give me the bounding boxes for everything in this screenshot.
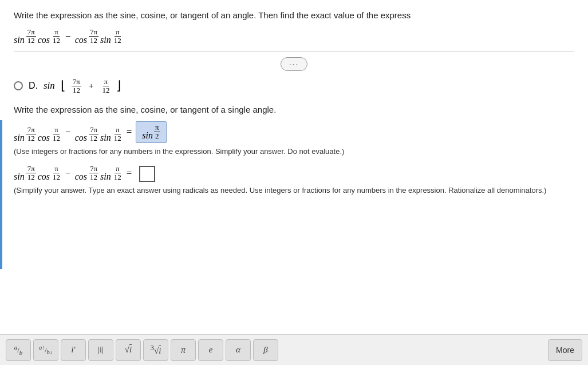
frac-7pi-12-5: 7π 12 (26, 165, 36, 182)
main-expression: sin 7π 12 cos π 12 − cos 7π 12 sin π 12 (14, 28, 574, 45)
pi-icon: π (181, 345, 186, 355)
sin-fn-4: sin (100, 133, 111, 143)
cos-fn-3: cos (38, 133, 50, 143)
answer-input-box[interactable] (139, 166, 155, 182)
cos-fn-1: cos (38, 35, 50, 45)
radio-d[interactable] (14, 81, 23, 90)
answer-expression: sin 7π 12 cos π 12 − cos 7π 12 sin π 12 … (14, 165, 574, 182)
sin-fn-6: sin (100, 172, 111, 182)
minus-1: − (65, 31, 71, 42)
toolbar-btn-2[interactable]: a↑/b↓ (33, 339, 58, 361)
cos-fn-6: cos (75, 172, 87, 182)
question-text-1: Write the expression as the sine, cosine… (14, 10, 574, 20)
plus-d: + (89, 81, 93, 91)
toolbar-btn-alpha[interactable]: α (226, 339, 251, 361)
toolbar-btn-cbrt[interactable]: 3√i (143, 339, 168, 361)
frac-7pi-12-6: 7π 12 (89, 165, 98, 182)
full-expression-result: sin 7π 12 cos π 12 − cos 7π 12 sin π 12 … (14, 121, 574, 143)
more-button[interactable]: More (548, 339, 582, 361)
main-container: Write the expression as the sine, cosine… (0, 0, 588, 365)
highlighted-result: sin π 2 (136, 121, 166, 143)
alpha-icon: α (236, 345, 240, 355)
toolbar-btn-beta[interactable]: β (253, 339, 278, 361)
equals-2: = (127, 168, 132, 179)
content-area: Write the expression as the sine, cosine… (0, 0, 588, 334)
toolbar-btn-4[interactable]: |i| (88, 339, 113, 361)
equals-1: = (127, 126, 132, 138)
frac-pi-12-d: π 12 (101, 78, 111, 95)
section-heading-2: Write the expression as the sine, cosine… (14, 105, 574, 114)
cos-fn-4: cos (75, 133, 87, 143)
toolbar-icon-3: i' (72, 346, 76, 355)
frac-pi-12-3: π 12 (52, 126, 61, 143)
sin-fn-1: sin (14, 35, 25, 45)
cbrt-icon: 3√i (151, 344, 161, 356)
instruction-1: (Use integers or fractions for any numbe… (14, 146, 574, 157)
left-blue-bar (0, 120, 2, 269)
instruction-2: (Simplify your answer. Type an exact ans… (14, 185, 574, 196)
e-icon: e (209, 345, 213, 355)
sin-fn-5: sin (14, 172, 25, 182)
option-d: D. sin ⌊ 7π 12 + π 12 ⌋ (14, 78, 574, 95)
toolbar-icon-4: |i| (98, 346, 104, 355)
divider-1 (14, 51, 574, 51)
cos-fn-5: cos (38, 172, 50, 182)
frac-7pi-12-3: 7π 12 (26, 126, 36, 143)
option-d-sin: sin (44, 80, 55, 92)
toolbar-btn-3[interactable]: i' (61, 339, 86, 361)
frac-7pi-12-2: 7π 12 (89, 28, 98, 45)
sin-result: sin (142, 130, 153, 141)
frac-pi-2-result: π 2 (154, 124, 160, 141)
option-d-label: D. (29, 81, 38, 91)
toolbar-btn-1[interactable]: a/b (6, 339, 31, 361)
frac-7pi-12-d: 7π 12 (72, 78, 81, 95)
frac-pi-12-5: π 12 (52, 165, 61, 182)
sin-fn-3: sin (14, 133, 25, 143)
cos-fn-2: cos (75, 35, 87, 45)
toolbar-icon-2: a↑/b↓ (39, 344, 52, 355)
minus-3: − (65, 168, 71, 179)
beta-icon: β (263, 345, 267, 355)
toolbar-btn-e[interactable]: e (198, 339, 223, 361)
frac-pi-12-4: π 12 (113, 126, 123, 143)
toolbar-btn-pi[interactable]: π (171, 339, 196, 361)
three-dots-container: ··· (14, 57, 574, 71)
minus-2: − (65, 126, 71, 138)
three-dots-button[interactable]: ··· (281, 57, 308, 71)
bracket-right: ⌋ (116, 80, 121, 92)
bracket-left: ⌊ (61, 80, 66, 92)
sqrt-icon: √i (125, 345, 132, 355)
frac-pi-12-1: π 12 (52, 28, 61, 45)
frac-7pi-12-4: 7π 12 (89, 126, 98, 143)
bottom-toolbar: a/b a↑/b↓ i' |i| √i 3√i π e α β (0, 334, 588, 365)
toolbar-icon-1: a/b (14, 344, 22, 356)
frac-7pi-12-1: 7π 12 (26, 28, 36, 45)
toolbar-btn-sqrt[interactable]: √i (116, 339, 141, 361)
frac-pi-12-2: π 12 (113, 28, 123, 45)
frac-pi-12-6: π 12 (113, 165, 123, 182)
sin-fn-2: sin (100, 35, 111, 45)
